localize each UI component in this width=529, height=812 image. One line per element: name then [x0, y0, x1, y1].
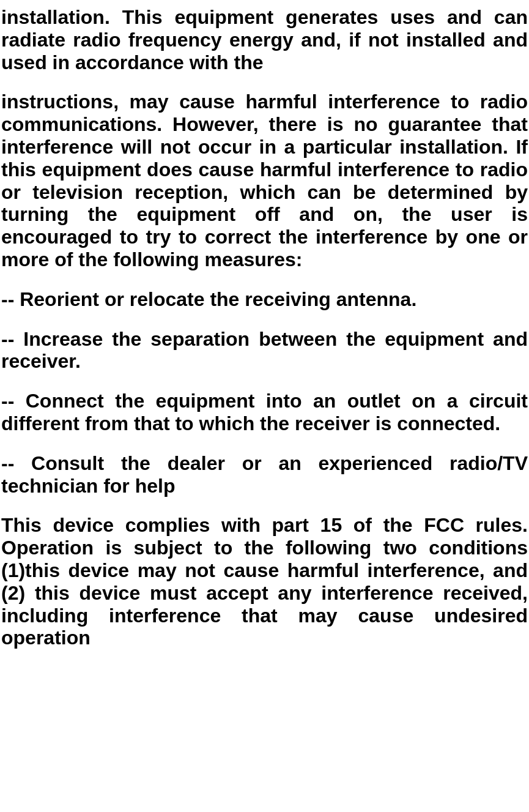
paragraph-5: -- Connect the equipment into an outlet …: [0, 390, 529, 435]
paragraph-1: installation. This equipment generates u…: [0, 6, 529, 73]
paragraph-7: This device complies with part 15 of the…: [0, 514, 529, 649]
main-content: installation. This equipment generates u…: [0, 0, 529, 679]
paragraph-2: instructions, may cause harmful interfer…: [0, 91, 529, 270]
paragraph-3: -- Reorient or relocate the receiving an…: [0, 288, 529, 311]
paragraph-4: -- Increase the separation between the e…: [0, 328, 529, 373]
paragraph-6: -- Consult the dealer or an experienced …: [0, 452, 529, 497]
text-body: installation. This equipment generates u…: [0, 6, 529, 649]
